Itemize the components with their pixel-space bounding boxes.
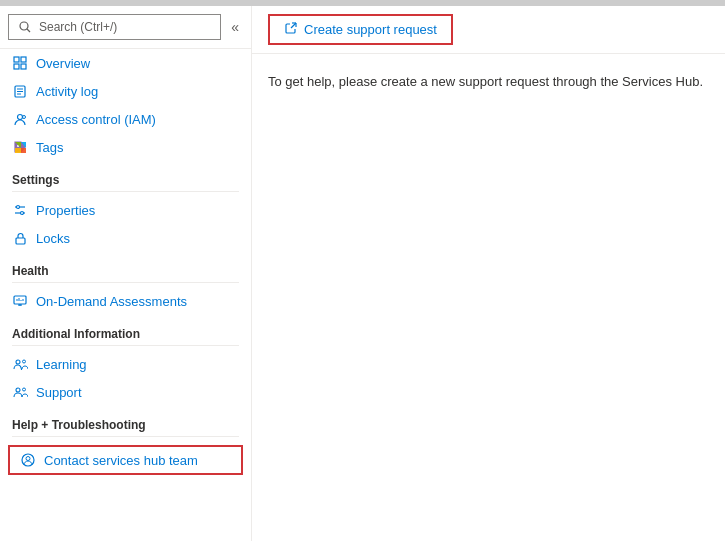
sidebar-item-support[interactable]: Support xyxy=(0,378,251,406)
collapse-button[interactable]: « xyxy=(227,17,243,37)
content-area: Create support request To get help, plea… xyxy=(252,6,725,541)
monitor-icon xyxy=(12,293,28,309)
svg-point-32 xyxy=(16,388,20,392)
search-placeholder: Search (Ctrl+/) xyxy=(39,20,117,34)
sidebar-item-on-demand[interactable]: On-Demand Assessments xyxy=(0,287,251,315)
section-header-help: Help + Troubleshooting xyxy=(0,406,251,436)
search-box[interactable]: Search (Ctrl+/) xyxy=(8,14,221,40)
svg-point-10 xyxy=(18,115,23,120)
sidebar-item-label: Support xyxy=(36,385,82,400)
svg-line-38 xyxy=(291,23,296,28)
svg-marker-17 xyxy=(21,148,26,153)
sidebar-item-label: Contact services hub team xyxy=(44,453,198,468)
external-link-icon xyxy=(284,21,298,38)
additional-divider xyxy=(12,345,239,346)
sidebar-item-activity-log[interactable]: Activity log xyxy=(0,77,251,105)
help-divider xyxy=(12,436,239,437)
content-body: To get help, please create a new support… xyxy=(252,54,725,109)
sidebar-item-label: Locks xyxy=(36,231,70,246)
search-icon xyxy=(17,19,33,35)
sliders-icon xyxy=(12,202,28,218)
lock-icon xyxy=(12,230,28,246)
svg-line-1 xyxy=(27,29,30,32)
person-circle-icon xyxy=(20,452,36,468)
svg-point-19 xyxy=(17,206,20,209)
sidebar-item-learning[interactable]: Learning xyxy=(0,350,251,378)
clipboard-icon xyxy=(12,83,28,99)
sidebar-item-label: Access control (IAM) xyxy=(36,112,156,127)
sidebar-item-contact-services[interactable]: Contact services hub team xyxy=(8,445,243,475)
content-header: Create support request xyxy=(252,6,725,54)
sidebar-item-label: On-Demand Assessments xyxy=(36,294,187,309)
help-text: To get help, please create a new support… xyxy=(268,74,703,89)
health-divider xyxy=(12,282,239,283)
people-support-icon xyxy=(12,384,28,400)
section-header-additional: Additional Information xyxy=(0,315,251,345)
sidebar-item-access-control[interactable]: Access control (IAM) xyxy=(0,105,251,133)
svg-point-31 xyxy=(22,360,25,363)
create-support-button[interactable]: Create support request xyxy=(268,14,453,45)
svg-point-0 xyxy=(20,22,28,30)
sidebar-item-overview[interactable]: Overview xyxy=(0,49,251,77)
sidebar-item-label: Learning xyxy=(36,357,87,372)
sidebar-item-properties[interactable]: Properties xyxy=(0,196,251,224)
svg-marker-16 xyxy=(15,148,21,153)
grid-icon xyxy=(12,55,28,71)
svg-rect-23 xyxy=(14,296,26,304)
sidebar-item-locks[interactable]: Locks xyxy=(0,224,251,252)
svg-point-21 xyxy=(21,212,24,215)
tag-icon xyxy=(12,139,28,155)
section-header-settings: Settings xyxy=(0,161,251,191)
sidebar-item-label: Overview xyxy=(36,56,90,71)
create-support-label: Create support request xyxy=(304,22,437,37)
svg-rect-3 xyxy=(21,57,26,62)
main-container: Search (Ctrl+/) « Overview xyxy=(0,6,725,541)
svg-rect-22 xyxy=(16,238,25,244)
svg-point-35 xyxy=(26,457,30,461)
svg-rect-4 xyxy=(14,64,19,69)
svg-rect-5 xyxy=(21,64,26,69)
sidebar-item-tags[interactable]: Tags xyxy=(0,133,251,161)
sidebar-item-label: Activity log xyxy=(36,84,98,99)
sidebar-item-label: Properties xyxy=(36,203,95,218)
svg-point-11 xyxy=(23,116,26,119)
sidebar-item-label: Tags xyxy=(36,140,63,155)
search-row: Search (Ctrl+/) « xyxy=(0,6,251,49)
section-header-health: Health xyxy=(0,252,251,282)
svg-point-33 xyxy=(22,388,25,391)
svg-rect-2 xyxy=(14,57,19,62)
svg-point-30 xyxy=(16,360,20,364)
sidebar: Search (Ctrl+/) « Overview xyxy=(0,6,252,541)
people-icon xyxy=(12,356,28,372)
person-icon xyxy=(12,111,28,127)
settings-divider xyxy=(12,191,239,192)
